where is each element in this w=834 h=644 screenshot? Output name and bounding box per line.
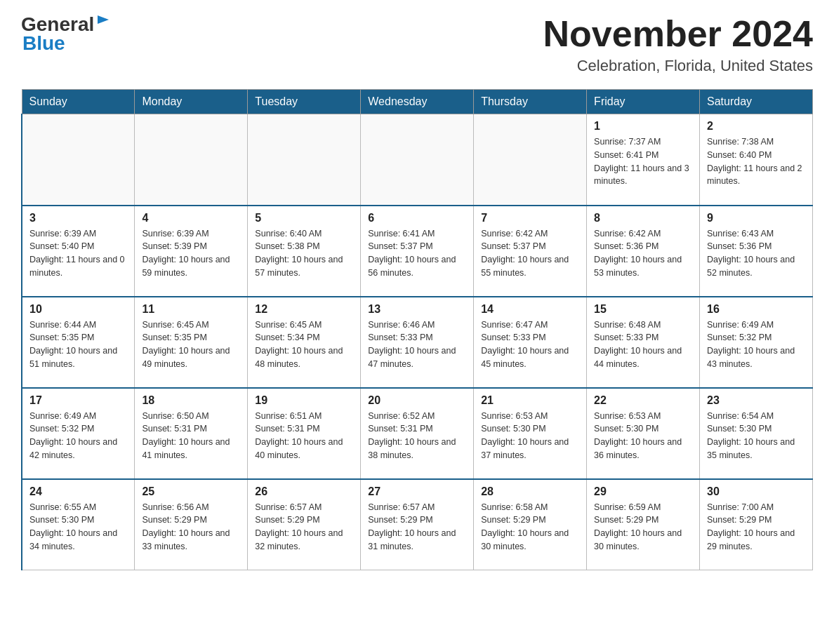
svg-marker-0 [98,15,109,24]
day-number: 11 [142,303,240,316]
calendar-cell: 4Sunrise: 6:39 AMSunset: 5:39 PMDaylight… [135,206,248,297]
day-header-wednesday: Wednesday [361,90,474,114]
day-info: Sunrise: 6:53 AMSunset: 5:30 PMDaylight:… [481,411,569,460]
calendar-header-row: SundayMondayTuesdayWednesdayThursdayFrid… [22,90,813,114]
calendar-cell [361,114,474,206]
calendar-cell: 11Sunrise: 6:45 AMSunset: 5:35 PMDayligh… [135,297,248,388]
day-number: 29 [594,485,692,498]
day-number: 1 [594,120,692,133]
day-number: 19 [255,394,353,407]
day-header-thursday: Thursday [474,90,587,114]
day-header-sunday: Sunday [22,90,135,114]
day-number: 20 [368,394,466,407]
day-info: Sunrise: 6:39 AMSunset: 5:40 PMDaylight:… [29,229,125,278]
day-info: Sunrise: 6:42 AMSunset: 5:36 PMDaylight:… [594,229,682,278]
calendar-cell: 29Sunrise: 6:59 AMSunset: 5:29 PMDayligh… [587,479,700,570]
calendar-cell: 16Sunrise: 6:49 AMSunset: 5:32 PMDayligh… [700,297,813,388]
calendar-cell [22,114,135,206]
day-info: Sunrise: 6:43 AMSunset: 5:36 PMDaylight:… [707,229,795,278]
day-info: Sunrise: 6:51 AMSunset: 5:31 PMDaylight:… [255,411,343,460]
calendar-cell: 7Sunrise: 6:42 AMSunset: 5:37 PMDaylight… [474,206,587,297]
day-number: 14 [481,303,579,316]
calendar-cell: 1Sunrise: 7:37 AMSunset: 6:41 PMDaylight… [587,114,700,206]
calendar-cell: 13Sunrise: 6:46 AMSunset: 5:33 PMDayligh… [361,297,474,388]
calendar-cell: 10Sunrise: 6:44 AMSunset: 5:35 PMDayligh… [22,297,135,388]
day-info: Sunrise: 6:42 AMSunset: 5:37 PMDaylight:… [481,229,569,278]
calendar-cell: 18Sunrise: 6:50 AMSunset: 5:31 PMDayligh… [135,388,248,479]
day-number: 18 [142,394,240,407]
day-number: 8 [594,212,692,224]
day-number: 16 [707,303,805,316]
calendar-cell: 5Sunrise: 6:40 AMSunset: 5:38 PMDaylight… [248,206,361,297]
day-number: 25 [142,485,240,498]
calendar-cell: 6Sunrise: 6:41 AMSunset: 5:37 PMDaylight… [361,206,474,297]
day-number: 24 [29,485,127,498]
calendar-cell: 27Sunrise: 6:57 AMSunset: 5:29 PMDayligh… [361,479,474,570]
day-header-saturday: Saturday [700,90,813,114]
calendar-week-row: 17Sunrise: 6:49 AMSunset: 5:32 PMDayligh… [22,388,813,479]
calendar-cell: 19Sunrise: 6:51 AMSunset: 5:31 PMDayligh… [248,388,361,479]
day-info: Sunrise: 6:45 AMSunset: 5:34 PMDaylight:… [255,320,343,369]
day-info: Sunrise: 7:37 AMSunset: 6:41 PMDaylight:… [594,137,689,186]
calendar-cell: 22Sunrise: 6:53 AMSunset: 5:30 PMDayligh… [587,388,700,479]
day-info: Sunrise: 6:44 AMSunset: 5:35 PMDaylight:… [29,320,117,369]
day-info: Sunrise: 6:52 AMSunset: 5:31 PMDaylight:… [368,411,456,460]
day-info: Sunrise: 6:46 AMSunset: 5:33 PMDaylight:… [368,320,456,369]
day-number: 15 [594,303,692,316]
day-info: Sunrise: 6:41 AMSunset: 5:37 PMDaylight:… [368,229,456,278]
day-info: Sunrise: 6:39 AMSunset: 5:39 PMDaylight:… [142,229,230,278]
day-info: Sunrise: 6:40 AMSunset: 5:38 PMDaylight:… [255,229,343,278]
day-info: Sunrise: 6:55 AMSunset: 5:30 PMDaylight:… [29,502,117,551]
calendar-cell [135,114,248,206]
day-info: Sunrise: 6:53 AMSunset: 5:30 PMDaylight:… [594,411,682,460]
day-number: 2 [707,120,805,133]
calendar-cell [248,114,361,206]
day-info: Sunrise: 6:57 AMSunset: 5:29 PMDaylight:… [255,502,343,551]
day-number: 28 [481,485,579,498]
page-header: General Blue November 2024 Celebration, … [21,14,813,75]
day-info: Sunrise: 6:57 AMSunset: 5:29 PMDaylight:… [368,502,456,551]
day-info: Sunrise: 7:00 AMSunset: 5:29 PMDaylight:… [707,502,795,551]
calendar-cell: 23Sunrise: 6:54 AMSunset: 5:30 PMDayligh… [700,388,813,479]
calendar-cell: 2Sunrise: 7:38 AMSunset: 6:40 PMDaylight… [700,114,813,206]
calendar-cell: 28Sunrise: 6:58 AMSunset: 5:29 PMDayligh… [474,479,587,570]
day-number: 10 [29,303,127,316]
day-info: Sunrise: 6:54 AMSunset: 5:30 PMDaylight:… [707,411,795,460]
day-number: 30 [707,485,805,498]
calendar-cell: 8Sunrise: 6:42 AMSunset: 5:36 PMDaylight… [587,206,700,297]
calendar-cell: 20Sunrise: 6:52 AMSunset: 5:31 PMDayligh… [361,388,474,479]
day-number: 3 [29,212,127,224]
title-block: November 2024 Celebration, Florida, Unit… [543,14,813,75]
calendar-week-row: 24Sunrise: 6:55 AMSunset: 5:30 PMDayligh… [22,479,813,570]
logo-flag-icon [96,14,112,29]
calendar-cell: 17Sunrise: 6:49 AMSunset: 5:32 PMDayligh… [22,388,135,479]
day-info: Sunrise: 6:47 AMSunset: 5:33 PMDaylight:… [481,320,569,369]
calendar-week-row: 3Sunrise: 6:39 AMSunset: 5:40 PMDaylight… [22,206,813,297]
day-info: Sunrise: 6:50 AMSunset: 5:31 PMDaylight:… [142,411,230,460]
day-number: 5 [255,212,353,224]
calendar-cell: 12Sunrise: 6:45 AMSunset: 5:34 PMDayligh… [248,297,361,388]
day-info: Sunrise: 6:58 AMSunset: 5:29 PMDaylight:… [481,502,569,551]
calendar-week-row: 10Sunrise: 6:44 AMSunset: 5:35 PMDayligh… [22,297,813,388]
day-header-tuesday: Tuesday [248,90,361,114]
day-info: Sunrise: 6:45 AMSunset: 5:35 PMDaylight:… [142,320,230,369]
day-number: 12 [255,303,353,316]
day-number: 27 [368,485,466,498]
calendar-table: SundayMondayTuesdayWednesdayThursdayFrid… [21,89,813,570]
day-info: Sunrise: 6:56 AMSunset: 5:29 PMDaylight:… [142,502,230,551]
day-number: 22 [594,394,692,407]
calendar-cell: 3Sunrise: 6:39 AMSunset: 5:40 PMDaylight… [22,206,135,297]
day-header-friday: Friday [587,90,700,114]
day-number: 23 [707,394,805,407]
day-number: 21 [481,394,579,407]
calendar-subtitle: Celebration, Florida, United States [543,57,813,75]
day-info: Sunrise: 6:49 AMSunset: 5:32 PMDaylight:… [707,320,795,369]
day-info: Sunrise: 7:38 AMSunset: 6:40 PMDaylight:… [707,137,802,186]
day-header-monday: Monday [135,90,248,114]
calendar-title: November 2024 [543,14,813,54]
calendar-cell: 25Sunrise: 6:56 AMSunset: 5:29 PMDayligh… [135,479,248,570]
calendar-cell: 30Sunrise: 7:00 AMSunset: 5:29 PMDayligh… [700,479,813,570]
day-number: 17 [29,394,127,407]
logo-blue: Blue [22,32,65,54]
day-number: 9 [707,212,805,224]
